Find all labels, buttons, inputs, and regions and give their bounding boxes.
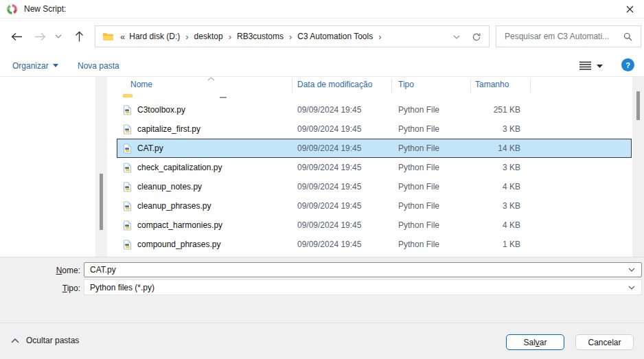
file-date: 09/09/2024 19:45: [292, 240, 391, 249]
file-date: 09/09/2024 19:45: [292, 124, 391, 134]
close-button[interactable]: [621, 2, 639, 16]
breadcrumb-separator-icon[interactable]: ›: [225, 32, 235, 42]
refresh-icon: [472, 32, 481, 42]
column-header-date[interactable]: Data de modificação: [297, 80, 372, 89]
recent-locations-button[interactable]: [52, 29, 65, 44]
breadcrumb-segment[interactable]: Hard disk (D:): [128, 32, 181, 41]
magnifier-icon: [623, 32, 632, 41]
file-name: compound_phrases.py: [137, 240, 220, 249]
file-row[interactable]: capitalize_first.py 09/09/2024 19:45 Pyt…: [117, 119, 632, 139]
sort-ascending-icon: [207, 77, 215, 81]
column-header-name[interactable]: Nome: [130, 80, 152, 89]
file-size: 251 KB: [470, 105, 530, 115]
scrollbar-thumb[interactable]: [100, 174, 103, 230]
question-mark-icon: ?: [625, 61, 630, 69]
views-button[interactable]: [579, 58, 609, 73]
breadcrumb-segment[interactable]: desktop: [193, 32, 225, 41]
cancel-button[interactable]: Cancelar: [575, 334, 634, 350]
file-date: 09/09/2024 19:45: [292, 143, 391, 153]
file-row[interactable]: CAT.py 09/09/2024 19:45 Python File 14 K…: [117, 139, 632, 158]
refresh-button[interactable]: [472, 32, 481, 42]
file-type: Python File: [391, 124, 470, 134]
column-divider: [292, 78, 292, 93]
hide-folders-label: Ocultar pastas: [26, 336, 79, 345]
python-file-icon: [122, 201, 133, 211]
forward-button[interactable]: [30, 29, 49, 44]
file-name: CAT.py: [137, 143, 163, 153]
column-header-row: Nome Data de modificação Tipo Tamanho: [107, 77, 632, 94]
python-file-icon: [122, 163, 133, 173]
file-list-scrollbar[interactable]: [632, 77, 644, 257]
file-type: Python File: [391, 105, 470, 115]
chevron-down-icon[interactable]: [628, 268, 635, 272]
file-date: 09/09/2024 19:45: [292, 182, 391, 192]
column-header-size[interactable]: Tamanho: [475, 80, 509, 89]
hide-folders-button[interactable]: Ocultar pastas: [11, 336, 79, 345]
navigation-pane-scrollbar[interactable]: [95, 77, 107, 257]
column-header-type[interactable]: Tipo: [398, 80, 414, 89]
filename-label: Nome:: [0, 266, 80, 275]
filename-input[interactable]: [84, 265, 628, 275]
filetype-label: Tipo:: [0, 283, 80, 293]
scrollbar-thumb[interactable]: [636, 91, 640, 120]
organize-label: Organizar: [12, 61, 49, 71]
footer-bar: Ocultar pastas Salvar Cancelar: [0, 323, 644, 359]
file-row[interactable]: check_capitalization.py 09/09/2024 19:45…: [117, 158, 632, 177]
breadcrumb-segment[interactable]: C3 Automation Tools: [296, 32, 374, 41]
address-bar[interactable]: « Hard disk (D:)›desktop›RB3customs›C3 A…: [95, 25, 490, 47]
new-folder-button[interactable]: Nova pasta: [78, 55, 119, 76]
file-row[interactable]: compact_harmonies.py 09/09/2024 19:45 Py…: [117, 216, 632, 235]
column-divider: [391, 78, 392, 93]
file-type: Python File: [391, 143, 470, 153]
chevron-down-icon: [53, 64, 58, 67]
python-file-icon: [122, 240, 133, 250]
file-size: 4 KB: [470, 182, 530, 192]
file-type: Python File: [391, 182, 470, 192]
file-name: check_capitalization.py: [137, 163, 222, 172]
chevron-up-icon: [11, 338, 19, 343]
file-type: Python File: [391, 220, 470, 230]
chevron-down-icon: [55, 34, 62, 38]
search-input[interactable]: [496, 32, 623, 41]
help-button[interactable]: ?: [621, 58, 634, 71]
file-size: 1 KB: [470, 240, 530, 249]
new-folder-label: Nova pasta: [78, 61, 119, 71]
filename-combobox: [84, 262, 642, 277]
file-date: 09/09/2024 19:45: [292, 220, 391, 230]
file-name: C3toolbox.py: [137, 105, 185, 115]
window-title: New Script:: [24, 4, 66, 14]
file-size: 4 KB: [470, 220, 530, 230]
chevron-down-icon: [453, 35, 460, 39]
folder-icon: [122, 94, 133, 98]
chevron-down-icon: [628, 286, 635, 290]
column-divider: [530, 78, 531, 93]
file-type: Python File: [391, 163, 470, 172]
up-button[interactable]: [70, 29, 88, 44]
filename-section: Nome: Tipo: Python files (*.py): [0, 257, 644, 323]
search-box: [496, 25, 641, 47]
command-bar: Organizar Nova pasta ?: [0, 55, 644, 77]
navigation-pane: [0, 77, 95, 257]
file-date: 09/09/2024 19:45: [292, 163, 391, 172]
organize-button[interactable]: Organizar: [12, 55, 58, 76]
file-row[interactable]: compound_phrases.py 09/09/2024 19:45 Pyt…: [117, 235, 632, 254]
breadcrumb-overflow[interactable]: «: [120, 32, 125, 42]
breadcrumb-separator-icon[interactable]: ›: [285, 32, 296, 42]
file-row[interactable]: C3toolbox.py 09/09/2024 19:45 Python Fil…: [117, 100, 632, 119]
file-name: capitalize_first.py: [137, 124, 200, 134]
filetype-select[interactable]: Python files (*.py): [84, 279, 642, 295]
breadcrumb-segment[interactable]: RB3customs: [235, 32, 285, 41]
address-dropdown-button[interactable]: [453, 35, 460, 39]
partially-scrolled-row: [117, 94, 632, 100]
file-date: 09/09/2024 19:45: [292, 105, 391, 115]
file-rows: C3toolbox.py 09/09/2024 19:45 Python Fil…: [107, 100, 632, 254]
breadcrumb-separator-icon[interactable]: ›: [181, 32, 192, 42]
back-button[interactable]: [7, 29, 26, 44]
file-row[interactable]: cleanup_phrases.py 09/09/2024 19:45 Pyth…: [117, 196, 632, 216]
python-file-icon: [122, 124, 133, 135]
save-button[interactable]: Salvar: [506, 334, 564, 350]
breadcrumb-separator-icon[interactable]: ›: [374, 32, 385, 42]
python-file-icon: [122, 220, 133, 231]
file-row[interactable]: cleanup_notes.py 09/09/2024 19:45 Python…: [117, 177, 632, 196]
arrow-left-icon: [11, 32, 23, 41]
